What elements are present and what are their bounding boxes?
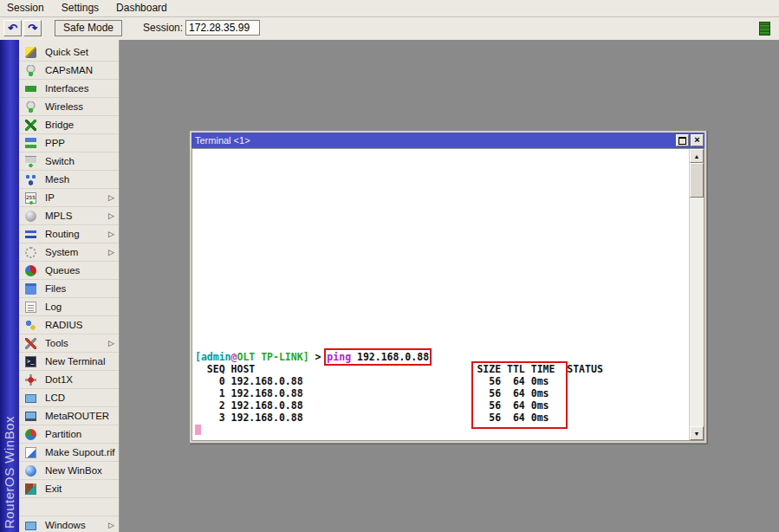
files-icon	[25, 283, 36, 295]
sidebar-item-label: Exit	[45, 483, 62, 494]
bridge-icon	[25, 120, 36, 131]
undo-button[interactable]: ↶	[3, 20, 22, 36]
menu-item-dashboard[interactable]: Dashboard	[108, 0, 175, 16]
chevron-right-icon: ▷	[108, 339, 114, 347]
interfaces-icon	[25, 83, 36, 94]
radius-icon	[25, 320, 36, 331]
sidebar-item-label: Windows	[45, 520, 86, 530]
redo-button[interactable]: ↷	[23, 20, 42, 36]
scroll-down-button[interactable]: ▼	[690, 426, 704, 440]
sidebar-item-queues[interactable]: Queues	[19, 262, 119, 280]
session-label: Session:	[143, 22, 183, 34]
maximize-button[interactable]	[676, 134, 689, 146]
switch-icon	[25, 156, 36, 167]
scroll-down-icon: ▼	[694, 431, 700, 437]
sidebar-item-radius[interactable]: RADIUS	[19, 316, 119, 334]
sidebar-item-routing[interactable]: Routing▷	[19, 225, 119, 243]
metarouter-icon	[25, 412, 36, 421]
menu-item-session[interactable]: Session	[7, 0, 52, 16]
brand-strip: RouterOS WinBox	[0, 40, 19, 532]
sidebar-item-new-winbox[interactable]: New WinBox	[19, 462, 119, 480]
prompt-host: OLT TP-LINK]	[237, 351, 308, 363]
queues-icon	[25, 265, 36, 276]
sidebar-item-label: Interfaces	[45, 83, 89, 94]
capsman-icon	[25, 65, 36, 76]
terminal-window: Terminal <1> × [admin@OLT TP-LINK] > pin…	[189, 130, 707, 444]
sidebar-item-log[interactable]: Log	[19, 298, 119, 316]
maximize-icon	[678, 137, 686, 145]
sidebar-item-new-terminal[interactable]: New Terminal	[19, 353, 119, 371]
winbox-app: SessionSettingsDashboard ↶ ↷ Safe Mode S…	[0, 0, 779, 532]
ppp-icon	[25, 138, 36, 149]
terminal-title: Terminal <1>	[195, 135, 250, 146]
sidebar: Quick SetCAPsMANInterfacesWirelessBridge…	[19, 40, 120, 532]
sidebar-item-label: CAPsMAN	[45, 65, 93, 75]
partition-icon	[25, 429, 36, 440]
sidebar-item-capsman[interactable]: CAPsMAN	[19, 62, 119, 80]
sidebar-item-label: Dot1X	[45, 374, 73, 385]
sidebar-item-system[interactable]: System▷	[19, 243, 119, 262]
scrollbar-thumb[interactable]	[690, 163, 704, 198]
log-icon	[25, 302, 36, 313]
sidebar-item-bridge[interactable]: Bridge	[19, 116, 119, 134]
sidebar-item-mesh[interactable]: Mesh	[19, 171, 119, 189]
close-button[interactable]: ×	[691, 134, 704, 146]
scroll-up-button[interactable]: ▲	[690, 149, 704, 163]
connection-indicator-icon	[759, 22, 770, 36]
terminal-output[interactable]: [admin@OLT TP-LINK] > ping 192.168.0.88 …	[195, 351, 603, 436]
sidebar-item-label: PPP	[45, 138, 65, 148]
sidebar-item-mpls[interactable]: MPLS▷	[19, 207, 119, 225]
sidebar-item-label: Partition	[45, 429, 81, 439]
mesh-icon	[25, 174, 36, 185]
exit-icon	[25, 483, 36, 495]
chevron-right-icon: ▷	[108, 230, 114, 238]
sidebar-item-make-supout-rif[interactable]: Make Supout.rif	[19, 444, 119, 462]
sidebar-item-wireless[interactable]: Wireless	[19, 98, 119, 116]
tools-icon	[25, 338, 36, 349]
sidebar-item-label: Routing	[45, 229, 80, 239]
mpls-icon	[25, 211, 36, 222]
sidebar-item-lcd[interactable]: LCD	[19, 389, 119, 407]
toolbar: ↶ ↷ Safe Mode Session:	[0, 17, 779, 40]
sidebar-item-label: Switch	[45, 156, 75, 166]
routeros-winbox-vertical-label: RouterOS WinBox	[2, 416, 16, 529]
sidebar-item-label: MetaROUTER	[45, 411, 109, 421]
sidebar-item-dot1x[interactable]: Dot1X	[19, 371, 119, 389]
chevron-right-icon: ▷	[108, 193, 114, 202]
sidebar-item-files[interactable]: Files	[19, 280, 119, 298]
wireless-icon	[25, 101, 36, 113]
safe-mode-button[interactable]: Safe Mode	[55, 20, 122, 36]
prompt-gt: >	[309, 351, 328, 363]
prompt-user: [admin	[195, 351, 231, 363]
chevron-right-icon: ▷	[108, 248, 114, 256]
menu-item-settings[interactable]: Settings	[54, 0, 107, 16]
ping-results-text: SEQ HOST SIZE TTL TIME STATUS 0 192.168.…	[195, 363, 603, 424]
sidebar-item-partition[interactable]: Partition	[19, 425, 119, 444]
session-input[interactable]	[185, 20, 260, 36]
sidebar-item-quick-set[interactable]: Quick Set	[19, 43, 119, 62]
undo-icon: ↶	[8, 23, 17, 34]
sidebar-item-ip[interactable]: IP▷	[19, 189, 119, 207]
sidebar-item-windows[interactable]: Windows▷	[19, 516, 119, 532]
supout-icon	[25, 447, 36, 458]
terminal-titlebar[interactable]: Terminal <1> ×	[192, 133, 704, 148]
sidebar-item-label: Bridge	[45, 120, 74, 130]
sidebar-item-metarouter[interactable]: MetaROUTER	[19, 407, 119, 425]
chevron-right-icon: ▷	[108, 521, 114, 529]
sidebar-item-tools[interactable]: Tools▷	[19, 334, 119, 353]
terminal-scrollbar[interactable]: ▲ ▼	[689, 149, 704, 440]
system-icon	[25, 247, 36, 258]
sidebar-item-exit[interactable]: Exit	[19, 480, 119, 498]
sidebar-item-interfaces[interactable]: Interfaces	[19, 80, 119, 98]
sidebar-item-ppp[interactable]: PPP	[19, 134, 119, 152]
sidebar-item-label: Tools	[45, 338, 68, 348]
scroll-up-icon: ▲	[694, 153, 700, 159]
command-highlight-box: ping 192.168.0.88	[327, 351, 429, 363]
sidebar-item-label: Wireless	[45, 101, 83, 112]
sidebar-spacer	[19, 498, 119, 516]
sidebar-item-label: System	[45, 247, 78, 257]
sidebar-item-switch[interactable]: Switch	[19, 152, 119, 171]
chevron-right-icon: ▷	[108, 211, 114, 220]
sidebar-item-label: MPLS	[45, 211, 72, 221]
sidebar-item-label: RADIUS	[45, 320, 82, 330]
